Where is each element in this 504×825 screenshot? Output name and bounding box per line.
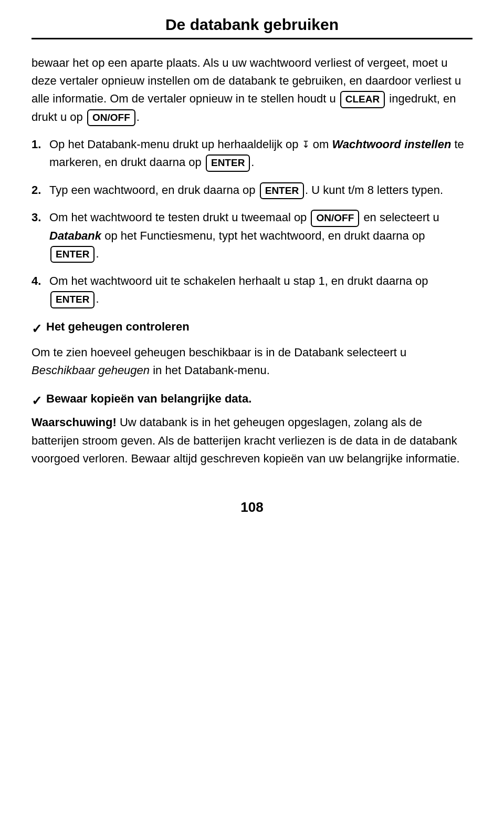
steps-list: 1. Op het Databank-menu drukt up herhaal…: [32, 136, 472, 308]
title-divider: [32, 38, 472, 39]
check-icon-1: ✓: [32, 319, 42, 338]
section1-body: Om te zien hoeveel geheugen beschikbaar …: [32, 344, 472, 379]
section1-header: ✓ Het geheugen controleren: [32, 318, 472, 338]
step-number-4: 4.: [32, 272, 46, 308]
section1-title: Het geheugen controleren: [46, 318, 190, 336]
enter-key-1: ENTER: [206, 154, 250, 172]
step-number-1: 1.: [32, 136, 46, 172]
step-3-content: Om het wachtwoord te testen drukt u twee…: [49, 209, 472, 263]
section2-header: ✓ Bewaar kopieën van belangrijke data.: [32, 390, 472, 410]
list-item: 4. Om het wachtwoord uit te schakelen he…: [32, 272, 472, 308]
step-1-italic: Wachtwoord instellen: [332, 138, 451, 151]
enter-key-2: ENTER: [260, 182, 304, 200]
step-number-2: 2.: [32, 181, 46, 199]
intro-paragraph: bewaar het op een aparte plaats. Als u u…: [32, 54, 472, 126]
step-number-3: 3.: [32, 209, 46, 263]
step-2-content: Typ een wachtwoord, en druk daarna op EN…: [49, 181, 443, 199]
enter-key-3: ENTER: [50, 246, 94, 263]
list-item: 1. Op het Databank-menu drukt up herhaal…: [32, 136, 472, 172]
page-title: De databank gebruiken: [32, 16, 472, 34]
page-number: 108: [32, 499, 472, 515]
check-icon-2: ✓: [32, 391, 42, 410]
clear-key-badge: CLEAR: [340, 91, 385, 108]
step-4-content: Om het wachtwoord uit te schakelen herha…: [49, 272, 472, 308]
warning-label: Waarschuwing!: [32, 416, 117, 429]
arrow-icon: ↧: [302, 139, 310, 150]
section1-text-2: in het Databank-menu.: [153, 364, 270, 377]
main-content: bewaar het op een aparte plaats. Als u u…: [32, 54, 472, 478]
section1-text-1: Om te zien hoeveel geheugen beschikbaar …: [32, 346, 406, 359]
section2: ✓ Bewaar kopieën van belangrijke data. W…: [32, 390, 472, 467]
intro-period: .: [136, 110, 140, 123]
step-3-italic: Databank: [49, 229, 101, 242]
list-item: 2. Typ een wachtwoord, en druk daarna op…: [32, 181, 472, 199]
onoff-key-badge-intro: ON/OFF: [87, 109, 135, 127]
section1-italic: Beschikbaar geheugen: [32, 364, 150, 377]
enter-key-4: ENTER: [50, 291, 94, 308]
onoff-key-3: ON/OFF: [311, 210, 359, 227]
list-item: 3. Om het wachtwoord te testen drukt u t…: [32, 209, 472, 263]
section2-body: Waarschuwing! Uw databank is in het gehe…: [32, 414, 472, 467]
section2-title: Bewaar kopieën van belangrijke data.: [46, 390, 251, 408]
step-1-content: Op het Databank-menu drukt up herhaaldel…: [49, 136, 472, 172]
